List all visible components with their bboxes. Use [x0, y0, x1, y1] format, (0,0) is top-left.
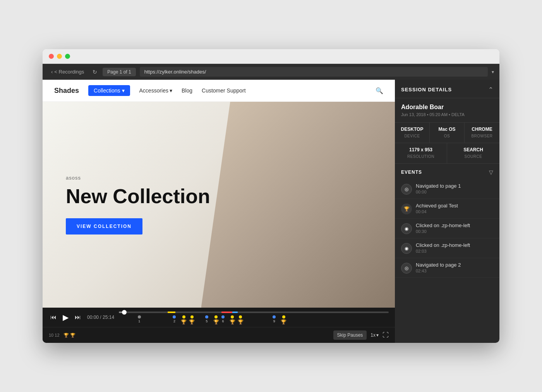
source-cell: SEARCH SOURCE: [447, 143, 499, 163]
speed-arrow-icon: ▾: [376, 332, 379, 338]
timeline-track[interactable]: [119, 312, 389, 313]
playback-time: 00:00 / 25:14: [87, 315, 114, 320]
refresh-button[interactable]: ↻: [91, 67, 99, 77]
marker-trophy-9: 🏆: [281, 315, 286, 325]
os-cell: Mac OS OS: [430, 123, 465, 143]
outer-wrapper: ‹ < Recordings ↻ Page 1 of 1 ▾ Shades Co…: [43, 49, 499, 343]
os-label: OS: [444, 134, 450, 138]
event-time: 02:43: [416, 269, 493, 273]
session-panel: SESSION DETAILS ⌃ Adorable Boar Jun 13, …: [395, 80, 499, 343]
mac-dot-green[interactable]: [65, 54, 70, 59]
marker-4: 🏆: [189, 315, 195, 325]
nav-customer-support[interactable]: Customer Support: [202, 87, 246, 94]
event-content: Navigated to page 202:43: [416, 262, 493, 273]
marker-3: 🏆: [181, 315, 187, 325]
marker-1: 1: [138, 315, 141, 323]
os-value: Mac OS: [434, 127, 460, 132]
device-cell: DESKTOP DEVICE: [395, 123, 430, 143]
site-logo: Shades: [54, 87, 79, 95]
event-item[interactable]: 🏆Achieved goal Test00:04: [395, 199, 499, 219]
timeline-markers: 1 2 🏆: [119, 315, 389, 323]
event-time: 00:00: [416, 190, 493, 194]
collapse-button[interactable]: ⌃: [488, 86, 493, 93]
website-preview: Shades Collections ▾ Accessories ▾ Blog …: [43, 80, 395, 343]
event-content: Achieved goal Test00:04: [416, 203, 493, 214]
website-nav: Shades Collections ▾ Accessories ▾ Blog …: [43, 80, 395, 102]
timeline-container[interactable]: 1 2 🏆: [119, 312, 389, 323]
event-icon: ◎: [401, 263, 412, 274]
forward-button[interactable]: ⏭: [73, 313, 82, 322]
marker-5: 5: [205, 315, 208, 323]
mac-dot-red[interactable]: [49, 54, 54, 59]
event-name: Clicked on .zp-home-left: [416, 223, 493, 228]
hero-title: New Collection: [66, 185, 210, 207]
back-arrow-icon: ‹: [51, 69, 53, 75]
event-item[interactable]: ◉Clicked on .zp-home-left02:03: [395, 238, 499, 258]
bottom-markers-left: 10 12: [49, 333, 60, 337]
session-meta: Jun 13, 2018 • 05:20 AM • DELTA: [395, 112, 499, 122]
timeline-thumb[interactable]: [122, 310, 127, 315]
event-icon: ◉: [401, 243, 412, 254]
panel-title: SESSION DETAILS: [401, 87, 452, 92]
event-item[interactable]: ◎Navigated to page 100:00: [395, 179, 499, 199]
nav-dropdown-icon: ▾: [122, 87, 125, 94]
skip-pauses-button[interactable]: Skip Pauses: [333, 330, 367, 340]
playback-controls: ⏮ ▶ ⏭: [49, 312, 82, 323]
speed-selector[interactable]: 1x ▾: [370, 332, 379, 338]
browser-chrome: ‹ < Recordings ↻ Page 1 of 1 ▾: [43, 64, 499, 80]
source-value: SEARCH: [452, 147, 495, 152]
event-content: Clicked on .zp-home-left00:30: [416, 223, 493, 234]
nav-blog[interactable]: Blog: [182, 87, 192, 94]
resolution-cell: 1179 x 953 RESOLUTION: [395, 143, 447, 163]
rewind-button[interactable]: ⏮: [49, 313, 58, 322]
fullscreen-button[interactable]: ⛶: [382, 332, 389, 339]
marker-trophy-6b: 🏆: [238, 315, 244, 325]
events-list: ◎Navigated to page 100:00🏆Achieved goal …: [395, 179, 499, 278]
nav-collections-label: Collections: [94, 87, 120, 94]
url-bar[interactable]: [140, 67, 488, 77]
search-icon[interactable]: 🔍: [376, 87, 383, 94]
device-info-grid2: 1179 x 953 RESOLUTION SEARCH SOURCE: [395, 143, 499, 164]
event-icon: ◎: [401, 184, 412, 195]
play-button[interactable]: ▶: [61, 312, 70, 323]
event-name: Navigated to page 2: [416, 262, 493, 268]
bottom-trophy-markers: 🏆 🏆: [63, 333, 75, 338]
device-type: DESKTOP: [400, 127, 425, 132]
back-button[interactable]: ‹ < Recordings: [48, 67, 87, 76]
event-time: 00:04: [416, 209, 493, 214]
browser-cell: CHROME BROWSER: [465, 123, 499, 143]
mac-dot-yellow[interactable]: [57, 54, 62, 59]
device-type-label: DEVICE: [404, 134, 420, 138]
marker-trophy-5: 🏆: [213, 315, 219, 325]
event-name: Achieved goal Test: [416, 203, 493, 209]
event-item[interactable]: ◉Clicked on .zp-home-left00:30: [395, 219, 499, 238]
event-item[interactable]: ◎Navigated to page 202:43: [395, 258, 499, 278]
browser-dropdown-arrow[interactable]: ▾: [492, 69, 494, 75]
browser-label: BROWSER: [471, 134, 492, 138]
marker-2: 2: [173, 315, 176, 323]
panel-header: SESSION DETAILS ⌃: [395, 80, 499, 98]
session-name: Adorable Boar: [395, 98, 499, 112]
events-title: EVENTS: [401, 169, 422, 175]
nav-accessories[interactable]: Accessories ▾: [139, 87, 172, 94]
page-indicator: Page 1 of 1: [103, 68, 136, 76]
hero-background: [201, 102, 395, 308]
segment-blue: [232, 312, 238, 313]
hero-section: asoss New Collection VIEW COLLECTION: [43, 102, 395, 308]
accessories-arrow: ▾: [170, 87, 172, 94]
marker-6: 6: [221, 315, 225, 323]
event-time: 02:03: [416, 249, 493, 253]
mac-titlebar: [43, 49, 499, 64]
content-area: Shades Collections ▾ Accessories ▾ Blog …: [43, 80, 499, 343]
filter-icon[interactable]: ▽: [489, 169, 493, 175]
hero-sub: asoss: [66, 175, 210, 181]
mac-window: ‹ < Recordings ↻ Page 1 of 1 ▾ Shades Co…: [43, 49, 499, 343]
playback-bar: ⏮ ▶ ⏭ 00:00 / 25:14: [43, 308, 395, 327]
source-label: SOURCE: [465, 154, 482, 159]
nav-collections[interactable]: Collections ▾: [88, 85, 130, 96]
view-collection-button[interactable]: VIEW COLLECTION: [66, 218, 142, 235]
marker-9: 9: [273, 315, 276, 323]
back-label: < Recordings: [54, 69, 84, 75]
event-name: Clicked on .zp-home-left: [416, 242, 493, 248]
event-content: Navigated to page 100:00: [416, 183, 493, 194]
